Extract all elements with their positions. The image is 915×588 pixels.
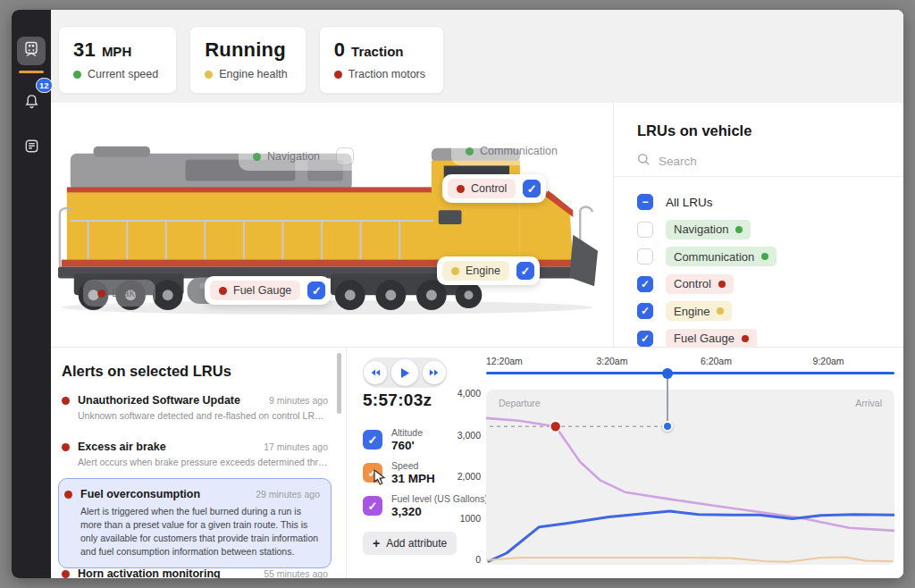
navigation-list-label: Navigation — [674, 223, 728, 236]
speed-attr-value: 31 MPH — [391, 472, 435, 485]
altitude-checkbox[interactable] — [363, 430, 382, 449]
chart-cursor-dot[interactable] — [662, 421, 673, 432]
brake-pill: Brake — [88, 283, 150, 303]
train-icon — [22, 40, 40, 62]
scrollbar[interactable] — [337, 353, 341, 414]
fuel-gauge-status-dot — [219, 287, 227, 295]
bottom-row: Alerts on selected LRUs Unauthorized Sof… — [51, 347, 903, 578]
speed-checkbox[interactable] — [363, 463, 382, 483]
lru-row-navigation[interactable]: Navigation — [637, 216, 894, 244]
fuel-level-checkbox[interactable] — [363, 496, 382, 516]
stat-card-engine: Running Engine health — [189, 26, 306, 94]
communication-pill: Communication — [457, 141, 567, 161]
hotspot-engine[interactable]: Engine — [437, 256, 540, 285]
lru-row-communication[interactable]: Communication — [637, 243, 894, 271]
speed-unit: MPH — [102, 44, 131, 59]
play-button[interactable] — [391, 359, 418, 386]
lru-row-engine[interactable]: Engine — [637, 298, 894, 325]
timeline-tick-label: 3:20am — [596, 356, 627, 366]
communication-list-pill: Communication — [666, 247, 776, 266]
fast-forward-button[interactable] — [423, 361, 446, 384]
engine-list-label: Engine — [674, 305, 709, 318]
alert-timestamp: 17 minutes ago — [264, 441, 328, 452]
hotspot-brake[interactable]: Brake — [83, 280, 155, 307]
navigation-checkbox[interactable] — [336, 147, 354, 165]
alert-severity-dot — [62, 570, 70, 578]
hotspot-fuel-gauge[interactable]: Fuel Gauge — [205, 276, 331, 305]
hotspot-communication[interactable]: Communication — [451, 137, 572, 165]
alert-row-fuel-overconsumption-selected[interactable]: Fuel overconsumption 29 minutes ago Aler… — [58, 478, 332, 568]
lru-panel: LRUs on vehicle Search All LRUs — [613, 103, 903, 347]
search-icon — [637, 153, 651, 169]
all-lrus-checkbox[interactable] — [637, 194, 653, 210]
document-list-icon — [23, 138, 40, 158]
fuel-gauge-list-checkbox[interactable] — [637, 331, 653, 347]
fuel-gauge-pill: Fuel Gauge — [210, 281, 300, 300]
stats-row: 31 MPH Current speed Running Engine heal… — [51, 10, 903, 103]
control-checkbox[interactable] — [523, 180, 541, 197]
alert-timestamp: 9 minutes ago — [269, 395, 328, 406]
app-window: 12 31 MPH — [12, 10, 903, 578]
departure-label: Departure — [499, 398, 541, 408]
timeline-slider-track[interactable] — [486, 372, 894, 374]
fuel-gauge-checkbox[interactable] — [307, 281, 325, 299]
engine-status-dot — [451, 267, 459, 275]
alert-title: Unauthorized Software Update — [78, 394, 261, 407]
control-list-checkbox[interactable] — [637, 276, 653, 292]
alerts-panel: Alerts on selected LRUs Unauthorized Sof… — [51, 348, 347, 578]
speed-label: Current speed — [88, 68, 158, 80]
control-list-dot — [718, 281, 726, 288]
chart-plot-svg — [486, 390, 894, 565]
hotspot-navigation[interactable]: Navigation — [239, 142, 359, 171]
y-axis-tick-label: 4,000 — [458, 388, 481, 399]
engine-pill: Engine — [442, 261, 509, 281]
engine-status-value: Running — [205, 38, 286, 62]
navigation-list-checkbox[interactable] — [637, 222, 653, 238]
timeline-labels: 12:20am3:20am6:20am9:20am — [486, 356, 894, 368]
alert-description: Unknown software detected and re-flashed… — [78, 410, 328, 421]
timeline-tick-label: 12:20am — [486, 356, 523, 366]
alert-row-horn-activation[interactable]: Horn activation monitoring 55 minutes ag… — [62, 567, 328, 578]
y-axis-tick-label: 1000 — [460, 513, 481, 524]
timeline-slider-handle[interactable] — [662, 368, 673, 379]
lru-row-all[interactable]: All LRUs — [637, 189, 894, 216]
navigation-pill: Navigation — [244, 147, 329, 166]
sidebar-item-reports[interactable] — [17, 133, 46, 162]
navigation-status-dot — [253, 153, 261, 161]
communication-list-label: Communication — [674, 250, 754, 264]
search-input[interactable]: Search — [637, 153, 878, 169]
control-pill: Control — [448, 179, 516, 198]
engine-list-dot — [717, 307, 724, 315]
status-dot-red — [334, 71, 342, 79]
sidebar-item-trains[interactable] — [17, 37, 46, 65]
alert-row-unauthorized-software[interactable]: Unauthorized Software Update 9 minutes a… — [62, 394, 328, 421]
middle-row: Navigation Communication Control — [51, 103, 903, 347]
search-placeholder: Search — [659, 155, 697, 168]
communication-list-dot — [761, 253, 768, 260]
hotspot-control[interactable]: Control — [442, 174, 546, 203]
lru-row-control[interactable]: Control — [637, 271, 894, 298]
alert-title: Fuel overconsumption — [80, 488, 248, 500]
altitude-value: 760' — [391, 439, 423, 452]
speed-value: 31 — [73, 38, 96, 62]
engine-list-checkbox[interactable] — [637, 303, 653, 319]
engine-label: Engine — [466, 265, 500, 277]
alerts-panel-title: Alerts on selected LRUs — [62, 363, 231, 380]
attribute-row-altitude: Altitude 760' — [363, 427, 423, 452]
fuel-gauge-list-pill: Fuel Gauge — [666, 329, 757, 349]
engine-checkbox[interactable] — [516, 262, 534, 280]
lru-panel-title: LRUs on vehicle — [637, 122, 751, 139]
navigation-label: Navigation — [267, 150, 320, 163]
communication-list-checkbox[interactable] — [637, 248, 653, 265]
rewind-button[interactable] — [364, 361, 387, 384]
timeline-tick-label: 9:20am — [813, 356, 844, 366]
fuel-gauge-list-dot — [742, 335, 749, 342]
playback-time: 5:57:03z — [363, 391, 432, 410]
engine-status-label: Engine health — [219, 68, 287, 80]
alert-row-excess-air-brake[interactable]: Excess air brake 17 minutes ago Alert oc… — [62, 441, 328, 467]
alert-title: Excess air brake — [78, 441, 256, 453]
timeline-tick-label: 6:20am — [701, 356, 732, 366]
fuel-gauge-list-label: Fuel Gauge — [674, 332, 735, 345]
navigation-list-dot — [735, 226, 743, 233]
stat-card-traction: 0 Traction Traction motors — [319, 26, 444, 94]
